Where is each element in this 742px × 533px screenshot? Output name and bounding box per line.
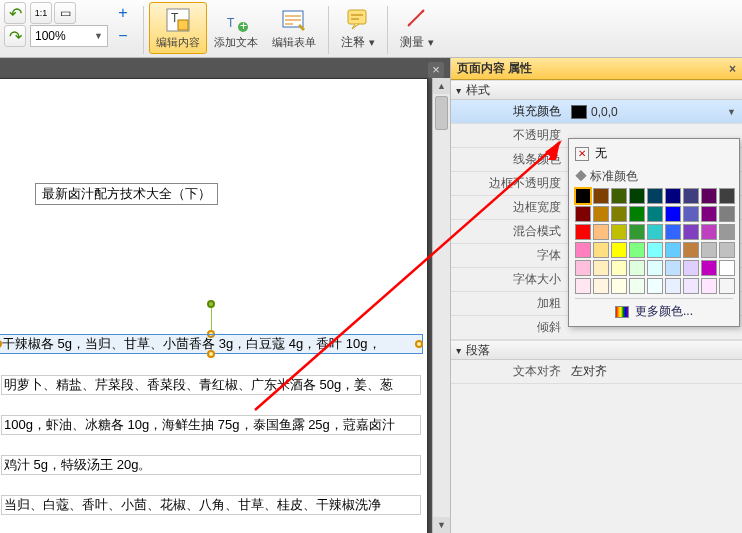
color-swatch[interactable] bbox=[611, 260, 627, 276]
doc-title-box[interactable]: 最新卤汁配方技术大全（下） bbox=[35, 183, 218, 205]
color-swatch[interactable] bbox=[575, 242, 591, 258]
color-swatch[interactable] bbox=[647, 278, 663, 294]
palette-icon bbox=[615, 306, 629, 318]
resize-handle-bottom[interactable] bbox=[207, 350, 215, 358]
color-swatch[interactable] bbox=[593, 224, 609, 240]
annotate-icon bbox=[344, 5, 372, 33]
color-swatch[interactable] bbox=[611, 278, 627, 294]
color-swatch[interactable] bbox=[611, 242, 627, 258]
color-swatch[interactable] bbox=[719, 206, 735, 222]
text-line[interactable]: 明萝卜、精盐、芹菜段、香菜段、青红椒、广东米酒各 50g，姜、葱 bbox=[1, 375, 421, 395]
scroll-down-button[interactable]: ▼ bbox=[433, 517, 450, 533]
more-colors-button[interactable]: 更多颜色... bbox=[575, 298, 733, 320]
color-swatch[interactable] bbox=[575, 260, 591, 276]
redo-button[interactable]: ↷ bbox=[4, 25, 26, 47]
color-swatch[interactable] bbox=[593, 242, 609, 258]
color-swatch[interactable] bbox=[665, 206, 681, 222]
zoom-level-input[interactable]: 100% ▼ bbox=[30, 25, 108, 47]
color-swatch[interactable] bbox=[629, 224, 645, 240]
color-swatch[interactable] bbox=[701, 206, 717, 222]
text-line[interactable]: 当归、白蔻、香叶、小茴、花椒、八角、甘草、桂皮、干辣椒洗净 bbox=[1, 495, 421, 515]
pdf-page[interactable]: 最新卤汁配方技术大全（下） 干辣椒各 5g，当归、甘草、小茴香各 3g，白豆蔻 … bbox=[0, 78, 428, 533]
color-swatch[interactable] bbox=[593, 260, 609, 276]
color-swatch[interactable] bbox=[665, 188, 681, 204]
color-swatch[interactable] bbox=[683, 278, 699, 294]
fill-swatch bbox=[571, 105, 587, 119]
close-panel-button[interactable]: × bbox=[729, 62, 736, 76]
edit-form-label: 编辑表单 bbox=[272, 35, 316, 50]
close-tab-button[interactable]: × bbox=[428, 62, 444, 78]
color-swatch[interactable] bbox=[683, 188, 699, 204]
color-swatch[interactable] bbox=[611, 206, 627, 222]
color-swatch[interactable] bbox=[665, 242, 681, 258]
text-line[interactable]: 100g，虾油、冰糖各 10g，海鲜生抽 75g，泰国鱼露 25g，蒄嘉卤汁 bbox=[1, 415, 421, 435]
section-style[interactable]: 样式 bbox=[451, 80, 742, 100]
color-swatch[interactable] bbox=[701, 260, 717, 276]
scroll-up-button[interactable]: ▲ bbox=[433, 78, 450, 94]
color-swatch[interactable] bbox=[647, 206, 663, 222]
properties-panel-header[interactable]: 页面内容 属性 × bbox=[451, 58, 742, 80]
color-swatch[interactable] bbox=[629, 260, 645, 276]
color-swatch[interactable] bbox=[719, 278, 735, 294]
color-swatch[interactable] bbox=[701, 278, 717, 294]
color-swatch[interactable] bbox=[683, 206, 699, 222]
annotate-label: 注释 ▾ bbox=[341, 34, 374, 51]
resize-handle-right[interactable] bbox=[415, 340, 423, 348]
color-swatch[interactable] bbox=[647, 260, 663, 276]
standard-colors-label: 标准颜色 bbox=[575, 168, 733, 185]
no-color-icon: ✕ bbox=[575, 147, 589, 161]
color-swatch[interactable] bbox=[719, 242, 735, 258]
measure-button[interactable]: 测量 ▾ bbox=[393, 2, 441, 54]
rotate-handle[interactable] bbox=[207, 300, 215, 308]
add-text-icon: T+ bbox=[222, 6, 250, 34]
vertical-scrollbar[interactable]: ▲ ▼ bbox=[432, 78, 450, 533]
color-swatch[interactable] bbox=[701, 224, 717, 240]
edit-content-button[interactable]: T 编辑内容 bbox=[149, 2, 207, 54]
color-swatch[interactable] bbox=[629, 188, 645, 204]
color-swatch[interactable] bbox=[719, 188, 735, 204]
text-line[interactable]: 鸡汁 5g，特级汤王 20g。 bbox=[1, 455, 421, 475]
color-swatch[interactable] bbox=[593, 278, 609, 294]
svg-text:+: + bbox=[240, 19, 247, 33]
zoom-in-button[interactable]: + bbox=[112, 2, 134, 24]
color-swatch[interactable] bbox=[665, 260, 681, 276]
dropdown-icon[interactable]: ▼ bbox=[727, 107, 736, 117]
scroll-thumb[interactable] bbox=[435, 96, 448, 130]
fit-button[interactable]: 1:1 bbox=[30, 2, 52, 24]
color-swatch[interactable] bbox=[611, 224, 627, 240]
color-swatch[interactable] bbox=[629, 206, 645, 222]
zoom-out-button[interactable]: − bbox=[112, 25, 134, 47]
color-swatch[interactable] bbox=[575, 188, 591, 204]
color-swatch[interactable] bbox=[683, 242, 699, 258]
fit-page-button[interactable]: ▭ bbox=[54, 2, 76, 24]
prop-fill-color[interactable]: 填充颜色 0,0,0▼ bbox=[451, 100, 742, 124]
add-text-label: 添加文本 bbox=[214, 35, 258, 50]
color-swatch[interactable] bbox=[575, 206, 591, 222]
edit-form-button[interactable]: 编辑表单 bbox=[265, 2, 323, 54]
color-swatch[interactable] bbox=[701, 242, 717, 258]
color-swatch[interactable] bbox=[611, 188, 627, 204]
color-swatch[interactable] bbox=[665, 224, 681, 240]
annotate-button[interactable]: 注释 ▾ bbox=[334, 2, 382, 54]
rotate-handle-line bbox=[211, 308, 212, 332]
undo-button[interactable]: ↶ bbox=[4, 2, 26, 24]
section-paragraph[interactable]: 段落 bbox=[451, 340, 742, 360]
color-swatch[interactable] bbox=[719, 260, 735, 276]
add-text-button[interactable]: T+ 添加文本 bbox=[207, 2, 265, 54]
color-swatch[interactable] bbox=[629, 278, 645, 294]
color-swatch[interactable] bbox=[629, 242, 645, 258]
color-swatch[interactable] bbox=[575, 224, 591, 240]
color-none-row[interactable]: ✕ 无 bbox=[575, 143, 733, 164]
color-swatch[interactable] bbox=[647, 224, 663, 240]
color-swatch[interactable] bbox=[665, 278, 681, 294]
color-swatch[interactable] bbox=[719, 224, 735, 240]
color-swatch[interactable] bbox=[647, 242, 663, 258]
color-swatch[interactable] bbox=[575, 278, 591, 294]
color-swatch[interactable] bbox=[683, 260, 699, 276]
color-swatch[interactable] bbox=[593, 206, 609, 222]
color-swatch[interactable] bbox=[683, 224, 699, 240]
color-swatch[interactable] bbox=[701, 188, 717, 204]
color-swatch[interactable] bbox=[593, 188, 609, 204]
color-swatch[interactable] bbox=[647, 188, 663, 204]
prop-text-align[interactable]: 文本对齐 左对齐 bbox=[451, 360, 742, 384]
